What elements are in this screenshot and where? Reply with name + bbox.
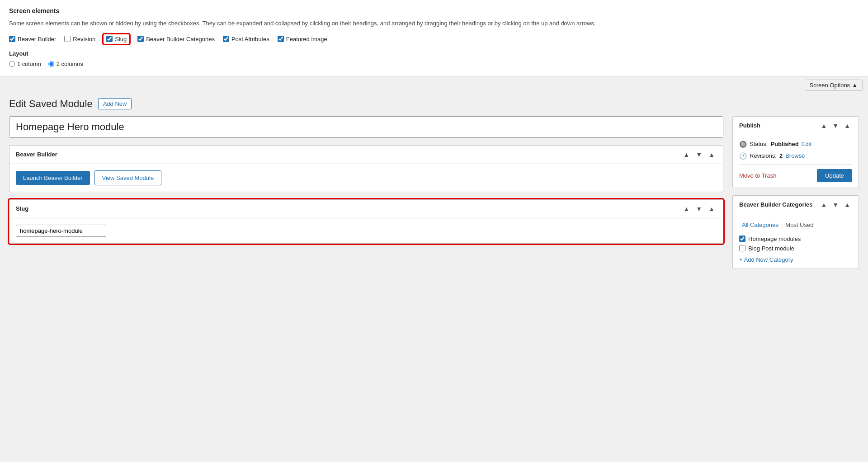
- checkbox-slug[interactable]: Slug: [104, 34, 129, 44]
- category-blog-post-module: Blog Post module: [739, 245, 852, 252]
- category-blog-label: Blog Post module: [748, 245, 794, 252]
- checkbox-revision[interactable]: Revision: [64, 36, 95, 42]
- categories-box-controls: ▲ ▼ ▲: [819, 200, 852, 209]
- beaver-builder-metabox: Beaver Builder ▲ ▼ ▲ Launch Beaver Build…: [9, 145, 723, 192]
- tab-most-used[interactable]: Most Used: [783, 220, 816, 230]
- screen-elements-description: Some screen elements can be shown or hid…: [9, 19, 859, 28]
- slug-input[interactable]: [16, 225, 106, 237]
- beaver-builder-collapse-down[interactable]: ▼: [694, 150, 704, 159]
- layout-section: Layout 1 column 2 columns: [9, 50, 859, 67]
- add-new-button[interactable]: Add New: [98, 98, 132, 109]
- beaver-builder-metabox-controls: ▲ ▼ ▲: [681, 150, 717, 159]
- status-edit-link[interactable]: Edit: [802, 141, 811, 147]
- beaver-builder-collapse-up[interactable]: ▲: [681, 150, 691, 159]
- checkboxes-row: Beaver Builder Revision Slug Beaver Buil…: [9, 34, 859, 44]
- publish-box-body: 🔘 Status: Published Edit 🕐 Revisions: 2 …: [733, 135, 859, 188]
- revisions-icon: 🕐: [739, 152, 747, 160]
- publish-box-header: Publish ▲ ▼ ▲: [733, 117, 859, 135]
- top-bar: Screen Options ▲: [0, 77, 868, 94]
- categories-box: Beaver Builder Categories ▲ ▼ ▲ All Cate…: [732, 195, 859, 269]
- status-row: 🔘 Status: Published Edit: [739, 141, 852, 148]
- publish-box: Publish ▲ ▼ ▲ 🔘 Status: Published Edit 🕐…: [732, 116, 859, 188]
- move-to-trash-link[interactable]: Move to Trash: [739, 172, 776, 179]
- revisions-browse-link[interactable]: Browse: [785, 152, 805, 159]
- screen-options-panel: Screen elements Some screen elements can…: [0, 0, 868, 77]
- publish-collapse-up[interactable]: ▲: [819, 121, 829, 130]
- add-new-category-link[interactable]: + Add New Category: [739, 256, 852, 263]
- publish-actions: Move to Trash Update: [739, 164, 852, 182]
- page-title: Edit Saved Module: [9, 98, 93, 110]
- slug-collapse-up[interactable]: ▲: [681, 204, 691, 213]
- tab-all-categories[interactable]: All Categories: [739, 220, 781, 230]
- screen-options-button[interactable]: Screen Options ▲: [805, 80, 863, 91]
- slug-metabox-header: Slug ▲ ▼ ▲: [9, 200, 723, 218]
- page-header: Edit Saved Module Add New: [0, 94, 868, 116]
- publish-collapse-down[interactable]: ▼: [830, 121, 840, 130]
- sidebar-area: Publish ▲ ▼ ▲ 🔘 Status: Published Edit 🕐…: [732, 116, 859, 276]
- status-label: Status:: [750, 141, 768, 147]
- publish-box-title: Publish: [739, 122, 760, 129]
- categories-tabs: All Categories | Most Used: [739, 220, 852, 230]
- slug-metabox: Slug ▲ ▼ ▲: [9, 199, 723, 244]
- main-layout: Beaver Builder ▲ ▼ ▲ Launch Beaver Build…: [0, 116, 868, 285]
- categories-collapse-up[interactable]: ▲: [819, 200, 829, 209]
- layout-2col[interactable]: 2 columns: [48, 61, 83, 67]
- screen-elements-title: Screen elements: [9, 7, 859, 14]
- screen-options-arrow-icon: ▲: [852, 82, 858, 89]
- beaver-builder-metabox-body: Launch Beaver Builder View Saved Module: [9, 164, 723, 192]
- layout-1col[interactable]: 1 column: [9, 61, 41, 67]
- title-input-wrap: [9, 116, 723, 138]
- content-area: Beaver Builder ▲ ▼ ▲ Launch Beaver Build…: [9, 116, 723, 276]
- slug-close[interactable]: ▲: [707, 204, 717, 213]
- publish-close[interactable]: ▲: [842, 121, 852, 130]
- view-saved-module-button[interactable]: View Saved Module: [94, 170, 162, 185]
- slug-metabox-body: [9, 218, 723, 243]
- slug-collapse-down[interactable]: ▼: [694, 204, 704, 213]
- revisions-label: Revisions:: [750, 152, 777, 159]
- category-homepage-modules: Homepage modules: [739, 236, 852, 242]
- categories-box-title: Beaver Builder Categories: [739, 201, 813, 208]
- status-icon: 🔘: [739, 141, 747, 148]
- checkbox-post-attributes[interactable]: Post Attributes: [223, 36, 269, 42]
- beaver-builder-metabox-header: Beaver Builder ▲ ▼ ▲: [9, 146, 723, 164]
- categories-box-body: All Categories | Most Used Homepage modu…: [733, 214, 859, 269]
- launch-beaver-builder-button[interactable]: Launch Beaver Builder: [16, 171, 90, 185]
- beaver-builder-buttons: Launch Beaver Builder View Saved Module: [16, 170, 717, 185]
- beaver-builder-metabox-title: Beaver Builder: [16, 151, 57, 158]
- categories-box-header: Beaver Builder Categories ▲ ▼ ▲: [733, 196, 859, 214]
- publish-box-controls: ▲ ▼ ▲: [819, 121, 852, 130]
- revisions-row: 🕐 Revisions: 2 Browse: [739, 152, 852, 160]
- slug-metabox-controls: ▲ ▼ ▲: [681, 204, 717, 213]
- slug-metabox-title: Slug: [16, 205, 28, 212]
- categories-collapse-down[interactable]: ▼: [830, 200, 840, 209]
- category-homepage-checkbox[interactable]: [739, 236, 745, 242]
- checkbox-beaver-builder[interactable]: Beaver Builder: [9, 36, 56, 42]
- categories-close[interactable]: ▲: [842, 200, 852, 209]
- beaver-builder-close[interactable]: ▲: [707, 150, 717, 159]
- status-value: Published: [770, 141, 798, 147]
- checkbox-featured-image[interactable]: Featured image: [278, 36, 327, 42]
- revisions-count: 2: [779, 152, 783, 159]
- category-blog-checkbox[interactable]: [739, 245, 745, 251]
- category-homepage-label: Homepage modules: [748, 236, 801, 242]
- update-button[interactable]: Update: [817, 169, 852, 182]
- checkbox-beaver-categories[interactable]: Beaver Builder Categories: [137, 36, 215, 42]
- title-input[interactable]: [9, 117, 723, 137]
